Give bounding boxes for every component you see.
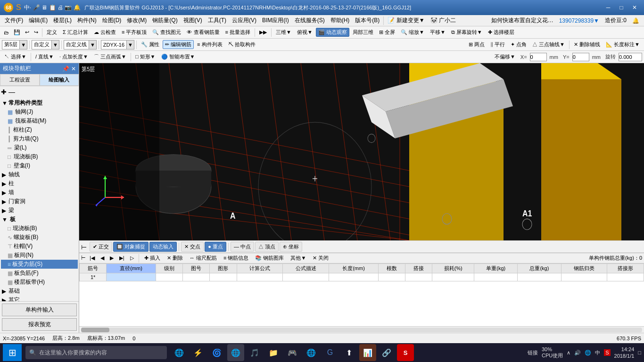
- taskbar-app-game[interactable]: 🎮: [284, 344, 301, 361]
- start-button[interactable]: ⊞: [3, 344, 22, 361]
- tree-other[interactable]: ▶ 其它: [1, 296, 78, 301]
- btn-project-settings[interactable]: 工程设置: [0, 74, 40, 86]
- tb-summary[interactable]: Σ 汇总计算: [60, 28, 91, 37]
- tree-wall[interactable]: ▶ 墙: [1, 188, 78, 197]
- tb-define[interactable]: 定义: [44, 28, 59, 37]
- cell-overlap[interactable]: [405, 273, 432, 281]
- tree-force-rebar[interactable]: ≡ 板受力筋(S): [1, 260, 78, 269]
- tb-align-top[interactable]: ≡ 平齐板顶: [119, 28, 149, 37]
- snap-midpoint[interactable]: — 中点: [231, 242, 254, 252]
- taskbar-time[interactable]: 14:24 2018/1/1: [614, 346, 635, 360]
- menu-help[interactable]: 帮助(H): [328, 16, 353, 25]
- cell-overlap-type[interactable]: [607, 273, 644, 281]
- snap-intersection[interactable]: ✕ 交点: [181, 242, 204, 252]
- type-selector[interactable]: 自定义 ▼: [32, 40, 59, 49]
- table-close[interactable]: ✕ 关闭: [310, 254, 331, 263]
- tb-more[interactable]: ▶▶: [257, 28, 269, 36]
- tree-foundation[interactable]: ▶ 基础: [1, 287, 78, 296]
- tree-spiral-slab[interactable]: ∿ 螺旋板(B): [1, 233, 78, 242]
- tree-shear-wall[interactable]: ┃ 剪力墙(Q): [1, 134, 78, 143]
- table-row[interactable]: 1*: [80, 273, 644, 281]
- tb-element-list[interactable]: ≡ 构件列表: [195, 40, 224, 49]
- cell-total-weight[interactable]: [518, 273, 561, 281]
- cell-unit-weight[interactable]: [474, 273, 518, 281]
- tb-cloud-check[interactable]: ☁ 云检查: [91, 28, 118, 37]
- cell-figure[interactable]: [183, 273, 210, 281]
- tb-arc[interactable]: ⌒ 三点画弧▼: [91, 52, 129, 61]
- cell-desc[interactable]: [283, 273, 329, 281]
- tb-no-offset[interactable]: 不偏移▼: [492, 52, 518, 61]
- tb-point-angle[interactable]: ✦ 点角: [508, 40, 529, 49]
- menu-edit[interactable]: 编辑(E): [26, 16, 50, 25]
- cell-loss[interactable]: [432, 273, 474, 281]
- tree-floor-strip[interactable]: ▦ 楼层板带(H): [1, 278, 78, 287]
- tray-ime-s[interactable]: S: [604, 349, 610, 356]
- table-play[interactable]: ▷: [128, 254, 136, 262]
- tray-notif[interactable]: □: [638, 350, 641, 355]
- menu-tools[interactable]: 工具(T): [205, 16, 229, 25]
- tb-zoom[interactable]: 🔍 缩放▼: [398, 28, 427, 37]
- tree-col[interactable]: ▶ 柱: [1, 179, 78, 188]
- btn-report[interactable]: 报表预览: [2, 318, 77, 331]
- tb-view-rebar[interactable]: 👁 查看钢筋量: [184, 28, 222, 37]
- taskbar-app-link[interactable]: 🔗: [378, 344, 395, 361]
- tree-axes[interactable]: ▶ 轴线: [1, 170, 78, 179]
- tb-pan[interactable]: 平移▼: [428, 28, 448, 37]
- taskbar-search[interactable]: 🔍 在这里输入你要搜索的内容: [25, 346, 167, 359]
- tree-opening[interactable]: ▶ 门窗洞: [1, 197, 78, 206]
- tb-screen-rotate[interactable]: ⧉ 屏幕旋转▼: [449, 28, 485, 37]
- btn-single-input[interactable]: 单构件输入: [2, 304, 77, 316]
- table-next[interactable]: ▶: [108, 254, 116, 262]
- cell-formula[interactable]: [237, 273, 283, 281]
- menu-draw[interactable]: 绘图(D): [99, 16, 124, 25]
- menu-rebar[interactable]: 钢筋量(Q): [149, 16, 180, 25]
- btn-draw-input[interactable]: 绘图输入: [40, 74, 79, 86]
- tree-neg-rebar[interactable]: ▦ 板负筋(F): [1, 269, 78, 278]
- tb-redo[interactable]: ↪: [32, 28, 40, 36]
- snap-expand[interactable]: ⊢: [81, 243, 87, 251]
- tree-cast-slab[interactable]: □ 现浇板(B): [1, 152, 78, 161]
- tree-column[interactable]: ┃ 框柱(Z): [1, 125, 78, 134]
- tree-common-types[interactable]: ▼ 常用构件类型: [1, 99, 78, 107]
- tb-batch-select[interactable]: ≡ 批量选择: [223, 28, 253, 37]
- table-rebar-info[interactable]: ≡ 钢筋信息: [221, 254, 251, 263]
- tree-cap[interactable]: ⊤ 柱帽(V): [1, 242, 78, 251]
- menu-new-change[interactable]: 📝 新建变更▼: [385, 16, 427, 25]
- minimize-button[interactable]: ─: [603, 2, 614, 13]
- tb-smart-layout[interactable]: 🔵 智能布置▼: [159, 52, 198, 61]
- taskbar-app-folder[interactable]: 📁: [265, 344, 282, 361]
- cell-diameter[interactable]: [107, 273, 156, 281]
- taskbar-app-g[interactable]: G: [322, 344, 339, 361]
- taskbar-app-green[interactable]: 🌐: [303, 344, 320, 361]
- taskbar-app-sw[interactable]: 🌀: [208, 344, 225, 361]
- menu-version[interactable]: 版本号(B): [352, 16, 382, 25]
- tree-raft[interactable]: ▦ 筏板基础(M): [1, 116, 78, 125]
- tb-point-length[interactable]: · 点加长度▼: [57, 52, 91, 61]
- tb-local-3d[interactable]: 局部三维: [350, 28, 376, 37]
- tray-network[interactable]: 🌐: [585, 350, 591, 356]
- tb-save[interactable]: 💾: [12, 28, 22, 36]
- table-scale-rebar[interactable]: ↔ 缩尺配筋: [187, 254, 219, 263]
- tray-volume[interactable]: 🔊: [574, 350, 581, 356]
- snap-object[interactable]: 🔲 对象捕捉: [113, 242, 149, 252]
- tree-board[interactable]: ▦ 板间(N): [1, 251, 78, 260]
- taskbar-app-edge[interactable]: 🌐: [227, 344, 244, 361]
- close-button[interactable]: ✕: [629, 2, 640, 13]
- tb-select[interactable]: ↖ 选择▼: [2, 52, 29, 61]
- tb-two-point[interactable]: ⊞ 两点: [466, 40, 487, 49]
- tb-line[interactable]: / 直线▼: [33, 52, 56, 61]
- input-y[interactable]: [572, 53, 589, 61]
- tb-parallel[interactable]: ∥ 平行: [488, 40, 507, 49]
- taskbar-app-ie[interactable]: 🌐: [171, 344, 188, 361]
- line-selector[interactable]: 自定义线 ▼: [64, 40, 97, 49]
- menu-notify[interactable]: 🔔: [629, 16, 642, 25]
- maximize-button[interactable]: □: [616, 2, 627, 13]
- style-selector[interactable]: ZDYX-16 ▼: [101, 40, 134, 49]
- table-insert[interactable]: ✚ 插入: [142, 254, 163, 263]
- snap-ortho[interactable]: ✔ 正交: [90, 242, 112, 252]
- table-rebar-lib[interactable]: 📚 钢筋图库: [253, 254, 286, 263]
- cell-shape[interactable]: [210, 273, 237, 281]
- tree-beam-sec[interactable]: ▶ 梁: [1, 206, 78, 215]
- tb-find[interactable]: 🔍 查找图元: [150, 28, 183, 37]
- menu-bim[interactable]: BIM应用(I): [259, 16, 292, 25]
